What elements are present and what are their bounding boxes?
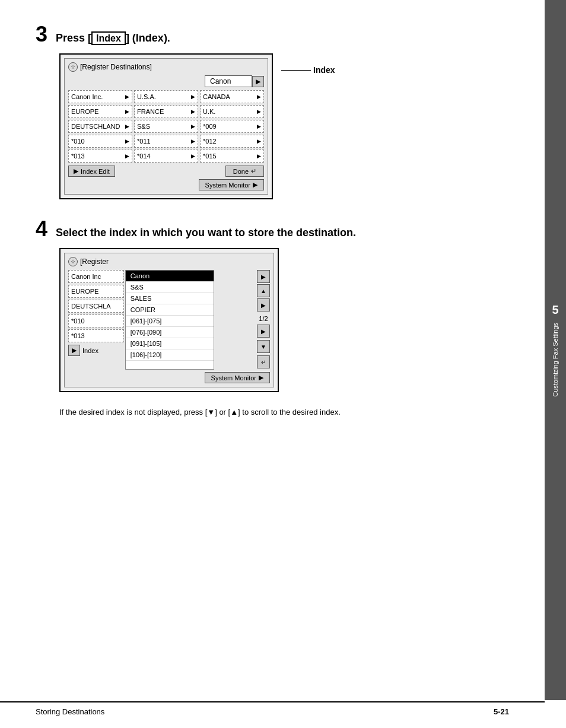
page-sidebar: 5 Customizing Fax Settings xyxy=(545,0,566,700)
step3-block: 3 Press [Index] (Index). ☆ [Register Des… xyxy=(36,24,530,199)
left-010[interactable]: *010 xyxy=(68,314,124,328)
index-edit-button[interactable]: ▶ Index Edit xyxy=(68,166,115,177)
index-label-group: Index xyxy=(281,65,335,75)
left-013[interactable]: *013 xyxy=(68,329,124,342)
cell-012[interactable]: *012▶ xyxy=(200,135,264,148)
screen2-left: Canon Inc EUROPE DEUTSCHLA *010 *013 ▶ I… xyxy=(68,270,124,370)
dropdown-076-090[interactable]: [076]-[090] xyxy=(126,327,214,338)
cell-009[interactable]: *009▶ xyxy=(200,120,264,133)
screen2: ☆ [Register Canon Inc EUROPE DEUTSCHLA *… xyxy=(59,248,279,392)
index-key-icon: Index xyxy=(91,31,126,45)
index-row: Canon ▶ xyxy=(68,75,264,87)
right-arrow-3[interactable]: ▶ xyxy=(257,325,270,338)
screen1-bottom: ▶ Index Edit Done ↵ xyxy=(68,166,264,177)
screen1-icon: ☆ xyxy=(68,62,78,72)
dropdown-copier[interactable]: COPIER xyxy=(126,304,214,316)
left-canon-inc[interactable]: Canon Inc xyxy=(68,270,124,283)
page-indicator: 1/2 xyxy=(259,315,268,322)
dropdown-sales[interactable]: SALES xyxy=(126,293,214,304)
footer-title: Storing Destinations xyxy=(36,707,104,716)
system-monitor-row1: System Monitor ▶ xyxy=(68,179,264,190)
system-monitor-button2[interactable]: System Monitor ▶ xyxy=(205,372,270,383)
screen1-title: [Register Destinations] xyxy=(80,63,152,71)
step4-block: 4 Select the index in which you want to … xyxy=(36,218,530,418)
step4-heading: 4 Select the index in which you want to … xyxy=(36,218,530,240)
cell-canada[interactable]: CANADA▶ xyxy=(200,90,264,103)
scroll-controls: ▲ ▶ 1/2 ▶ ▼ ↵ xyxy=(257,284,270,370)
screen2-title: [Register xyxy=(80,257,109,266)
right-arrow-2[interactable]: ▶ xyxy=(257,298,270,311)
index-arrow-line xyxy=(281,70,311,71)
cell-france[interactable]: FRANCE▶ xyxy=(134,105,198,118)
screen2-right: ▶ ▲ ▶ 1/2 ▶ ▼ ↵ xyxy=(214,270,270,370)
step4-text: Select the index in which you want to st… xyxy=(56,227,356,239)
done-label: Done xyxy=(233,168,249,175)
cell-010[interactable]: *010▶ xyxy=(68,135,132,148)
system-monitor-button1[interactable]: System Monitor ▶ xyxy=(199,179,264,190)
dropdown-ss[interactable]: S&S xyxy=(126,282,214,293)
left-europe[interactable]: EUROPE xyxy=(68,285,124,298)
screen2-titlebar: ☆ [Register xyxy=(68,257,270,266)
footer-page: 5-21 xyxy=(494,707,509,716)
right-arrow-4[interactable]: ↵ xyxy=(257,355,270,368)
items-grid: Canon Inc.▶ U.S.A.▶ CANADA▶ EUROPE▶ FRAN… xyxy=(68,90,264,163)
screen1-inner: ☆ [Register Destinations] Canon ▶ Canon … xyxy=(64,58,268,195)
dropdown-canon[interactable]: Canon xyxy=(126,271,214,282)
screen1: ☆ [Register Destinations] Canon ▶ Canon … xyxy=(59,53,273,199)
screen2-icon: ☆ xyxy=(68,257,78,266)
page-footer: Storing Destinations 5-21 xyxy=(0,701,545,716)
index-field[interactable]: Canon xyxy=(205,75,252,87)
cell-011[interactable]: *011▶ xyxy=(134,135,198,148)
done-button[interactable]: Done ↵ xyxy=(225,166,264,177)
index-label: Index xyxy=(313,65,335,75)
cell-013[interactable]: *013▶ xyxy=(68,150,132,163)
index-arrow-btn[interactable]: ▶ xyxy=(252,76,264,87)
step3-number: 3 xyxy=(36,24,47,45)
instruction-text: If the desired index is not displayed, p… xyxy=(59,406,415,418)
sidebar-number: 5 xyxy=(552,303,558,317)
screen1-wrapper: ☆ [Register Destinations] Canon ▶ Canon … xyxy=(59,53,530,199)
screen1-titlebar: ☆ [Register Destinations] xyxy=(68,62,264,72)
screen2-dropdown: Canon S&S SALES COPIER [061]-[075] [076]… xyxy=(125,270,214,370)
screen2-inner: ☆ [Register Canon Inc EUROPE DEUTSCHLA *… xyxy=(64,253,274,387)
screen2-wrapper: ☆ [Register Canon Inc EUROPE DEUTSCHLA *… xyxy=(59,248,530,392)
step3-heading: 3 Press [Index] (Index). xyxy=(36,24,530,45)
cell-014[interactable]: *014▶ xyxy=(134,150,198,163)
left-deutschla[interactable]: DEUTSCHLA xyxy=(68,300,124,313)
page-content: 3 Press [Index] (Index). ☆ [Register Des… xyxy=(0,0,566,461)
right-arrow-1[interactable]: ▶ xyxy=(257,270,270,283)
cell-usa[interactable]: U.S.A.▶ xyxy=(134,90,198,103)
dropdown-091-105[interactable]: [091]-[105] xyxy=(126,338,214,349)
screen2-main: Canon Inc EUROPE DEUTSCHLA *010 *013 ▶ I… xyxy=(68,270,270,370)
index-bottom-area: ▶ Index xyxy=(68,345,124,356)
dropdown-106-120[interactable]: [106]-[120] xyxy=(126,349,214,361)
cell-europe[interactable]: EUROPE▶ xyxy=(68,105,132,118)
dropdown-061-075[interactable]: [061]-[075] xyxy=(126,316,214,327)
step4-number: 4 xyxy=(36,218,47,240)
cell-uk[interactable]: U.K.▶ xyxy=(200,105,264,118)
cell-015[interactable]: *015▶ xyxy=(200,150,264,163)
system-monitor-row2: System Monitor ▶ xyxy=(68,372,270,383)
cell-canon-inc[interactable]: Canon Inc.▶ xyxy=(68,90,132,103)
index-line: Index xyxy=(281,65,335,75)
sidebar-text: Customizing Fax Settings xyxy=(552,323,559,397)
index-edit-label: Index Edit xyxy=(81,168,110,175)
cell-ss[interactable]: S&S▶ xyxy=(134,120,198,133)
scroll-up-btn[interactable]: ▲ xyxy=(257,284,270,297)
left-arrow-btn[interactable]: ▶ xyxy=(68,345,80,356)
scroll-down-btn[interactable]: ▼ xyxy=(257,340,270,353)
system-monitor-label1: System Monitor xyxy=(205,182,250,189)
index-bottom-label: Index xyxy=(82,347,98,354)
cell-deutschland[interactable]: DEUTSCHLAND▶ xyxy=(68,120,132,133)
step3-text: Press [Index] (Index). xyxy=(56,32,170,44)
system-monitor-label2: System Monitor xyxy=(211,374,256,382)
